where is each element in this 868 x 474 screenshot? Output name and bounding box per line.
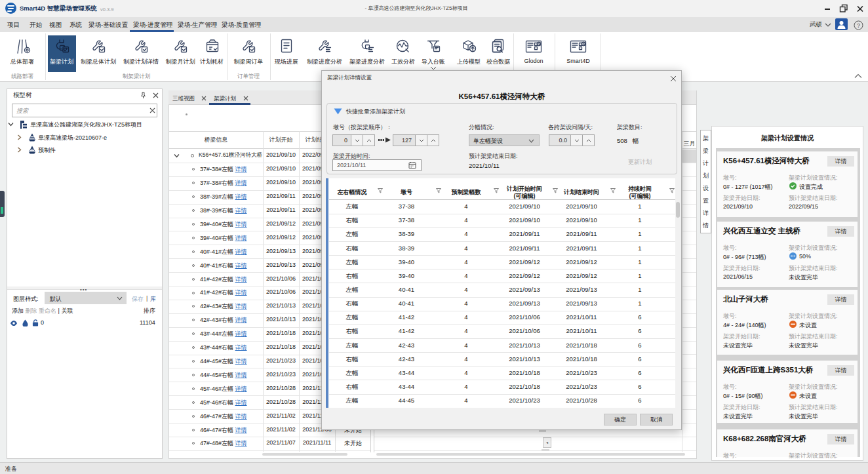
svg-text:?: ?: [857, 22, 860, 29]
